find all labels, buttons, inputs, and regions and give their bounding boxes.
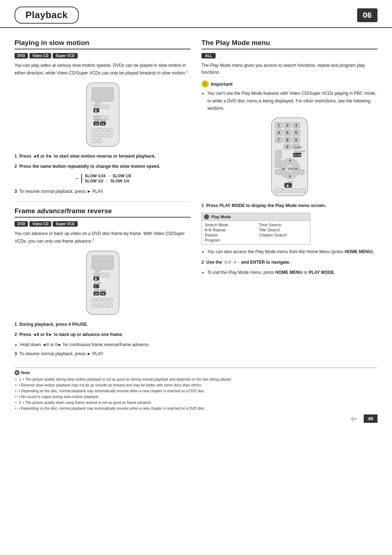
play-mode-body: The Play Mode menu gives you access to s…: [201, 62, 377, 76]
svg-text:2: 2: [286, 123, 289, 127]
list-item: Search Mode: [205, 222, 253, 227]
notes-header: N Note: [15, 370, 377, 375]
notes-list: 1. • The picture quality during slow mot…: [15, 377, 377, 412]
badge-videocd: Video CD: [29, 53, 51, 58]
section-title-play-mode: The Play Mode menu: [201, 39, 377, 49]
svg-rect-42: [92, 298, 96, 302]
play-mode-table-rows: Search Mode A-B Repeat Repeat Program Ti…: [202, 221, 310, 244]
svg-rect-85: [275, 170, 282, 175]
svg-rect-45: [108, 298, 113, 302]
play-mode-col1: Search Mode A-B Repeat Repeat Program: [202, 221, 256, 244]
svg-rect-17: [97, 128, 102, 132]
note-item-6: • Depending on the disc, normal playback…: [15, 406, 377, 412]
important-title: ! Important: [201, 80, 377, 88]
list-item: Time Search: [259, 222, 307, 227]
svg-text:PLAY: PLAY: [288, 181, 293, 183]
slow-step2: 2 Press the same button repeatedly to ch…: [15, 163, 191, 170]
section-title-frame: Frame advance/frame reverse: [15, 207, 191, 218]
frame-step3: 3 To resume normal playback, press ► PLA…: [15, 351, 191, 357]
svg-text:6: 6: [295, 131, 297, 135]
svg-text:1: 1: [278, 123, 280, 127]
speed-label-4: SLOW 1/4: [110, 179, 129, 183]
svg-rect-91: [283, 189, 290, 193]
svg-rect-29: [102, 273, 105, 277]
frame-body: You can advance or back up video on a DV…: [15, 230, 191, 245]
svg-text:II: II: [95, 285, 96, 288]
play-mode-step2-bullet1: To exit the Play Mode menu, press HOME M…: [207, 269, 377, 276]
svg-rect-76: [275, 150, 282, 158]
speed-diagram: → SLOW 1/16 → SLOW 1/8 SLOW 1/2 ← SLOW 1…: [18, 174, 187, 183]
slow-step3: 3 To resume normal playback, press ► PLA…: [15, 188, 191, 195]
svg-rect-21: [97, 134, 102, 137]
important-box: ! Important You can't use the Play Mode …: [201, 80, 377, 112]
play-mode-table-header: Play Mode: [202, 213, 310, 221]
svg-text:▶: ▶: [287, 184, 289, 187]
svg-text:3: 3: [295, 123, 297, 127]
speed-label-3: SLOW 1/2: [85, 179, 103, 183]
svg-rect-93: [299, 189, 306, 193]
list-item: A-B Repeat: [205, 227, 253, 232]
svg-text:◄II: ◄II: [94, 122, 98, 125]
speed-label-1: SLOW 1/16: [85, 174, 106, 178]
svg-rect-20: [92, 134, 96, 137]
play-mode-col2: Time Search Title Search Chapter Search: [256, 221, 310, 244]
important-icon: !: [201, 80, 209, 88]
page-number: 49: [364, 414, 377, 423]
svg-rect-49: [108, 304, 113, 307]
svg-rect-27: [92, 256, 114, 270]
svg-text:8: 8: [286, 138, 289, 142]
note-item-1: 1. • The picture quality during slow mot…: [15, 377, 377, 382]
svg-rect-3: [102, 105, 105, 109]
svg-text:II►: II►: [101, 122, 105, 125]
page-header: Playback 06: [0, 0, 392, 28]
frame-step2-bullets: Hold down ◄II or II► for continuous fram…: [15, 341, 191, 348]
speed-arrow-1: →: [107, 174, 111, 178]
note-item-5: 2. • The picture quality when using fram…: [15, 400, 377, 406]
important-text: You can't use the Play Mode features wit…: [207, 90, 377, 112]
svg-rect-28: [94, 273, 100, 277]
right-column: The Play Mode menu ALL The Play Mode men…: [201, 39, 377, 360]
svg-rect-30: [106, 273, 109, 277]
svg-rect-24: [92, 139, 96, 143]
svg-rect-16: [92, 128, 96, 132]
badge-dvd: DVD: [15, 53, 28, 58]
svg-text:ENT: ENT: [288, 167, 295, 171]
section-divider: [15, 202, 191, 202]
svg-text:9: 9: [295, 138, 297, 142]
svg-rect-92: [291, 189, 298, 193]
svg-rect-86: [298, 170, 304, 175]
svg-text:5: 5: [286, 131, 289, 135]
slow-step1: 1 Press ◄II or II► to start slow motion …: [15, 153, 191, 160]
svg-text:PLAY MODE: PLAY MODE: [294, 150, 306, 153]
svg-rect-19: [108, 128, 113, 132]
svg-text:CLEAR: CLEAR: [293, 146, 302, 149]
svg-rect-48: [103, 304, 107, 307]
list-item: Chapter Search: [259, 232, 307, 238]
frame-step2-bullet1: Hold down ◄II or II► for continuous fram…: [20, 341, 191, 348]
note-item-2: • Reverse slow-motion playback may not b…: [15, 382, 377, 388]
important-content: You can't use the Play Mode features wit…: [201, 90, 377, 112]
svg-text:7: 7: [278, 138, 280, 142]
list-item: Title Search: [259, 227, 307, 232]
svg-text:PLAY: PLAY: [95, 270, 101, 272]
svg-rect-23: [108, 134, 113, 137]
svg-text:▶: ▶: [95, 277, 98, 280]
svg-text:STEP/SLOW: STEP/SLOW: [94, 119, 106, 121]
svg-text:◄II: ◄II: [94, 292, 98, 295]
svg-rect-10: [106, 116, 109, 120]
note-item-4: • No sound is output during slow-motion …: [15, 394, 377, 400]
play-mode-step1: 1 Press PLAY MODE to display the Play Mo…: [201, 202, 377, 209]
svg-rect-43: [97, 298, 102, 302]
svg-rect-18: [103, 128, 107, 132]
svg-rect-25: [97, 139, 102, 143]
notes-section: N Note 1. • The picture quality during s…: [15, 368, 377, 412]
svg-rect-4: [106, 105, 109, 109]
notes-label: Note: [21, 370, 30, 375]
remote-frame: PLAY ▶ PAUSE II STEP/SLOW ◄II II►: [15, 249, 191, 318]
play-mode-table-title: Play Mode: [211, 215, 231, 219]
speed-label-2: SLOW 1/8: [113, 174, 131, 178]
svg-rect-2: [94, 105, 100, 109]
play-mode-bullet1: You can also access the Play Mode menu f…: [207, 248, 377, 255]
svg-text:PLAY: PLAY: [95, 102, 101, 104]
play-mode-step2-bullets: To exit the Play Mode menu, press HOME M…: [201, 269, 377, 276]
